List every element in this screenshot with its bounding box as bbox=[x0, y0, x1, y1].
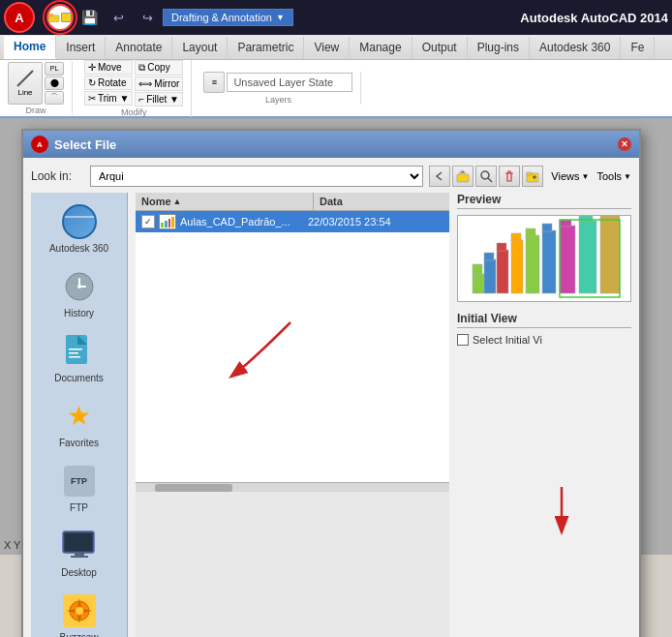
svg-rect-37 bbox=[484, 253, 494, 260]
sidebar-item-buzzsaw[interactable]: Buzzsaw bbox=[31, 586, 127, 637]
file-list-body: ✓ Aulas_CA bbox=[136, 211, 449, 482]
back-button[interactable] bbox=[429, 166, 450, 187]
fillet-button[interactable]: ⌐Fillet ▼ bbox=[135, 92, 183, 106]
arc-button[interactable]: ⌒ bbox=[45, 91, 64, 105]
svg-rect-7 bbox=[527, 172, 532, 175]
svg-point-23 bbox=[76, 607, 83, 615]
sidebar-item-autodesk360[interactable]: Autodesk 360 bbox=[31, 197, 127, 259]
undo-button[interactable]: ↩ bbox=[105, 4, 132, 31]
svg-rect-35 bbox=[473, 264, 482, 274]
dialog-logo-icon: A bbox=[31, 136, 48, 153]
views-button[interactable]: Views▼ bbox=[551, 170, 589, 182]
history-icon bbox=[60, 267, 99, 306]
file-list-container: Nome ▲ Data ✓ bbox=[136, 193, 449, 637]
svg-rect-31 bbox=[168, 219, 170, 228]
svg-rect-44 bbox=[542, 230, 556, 293]
globe-icon bbox=[60, 202, 99, 241]
preview-label: Preview bbox=[457, 193, 631, 209]
new-folder-button[interactable] bbox=[522, 166, 543, 187]
svg-rect-48 bbox=[579, 221, 596, 293]
ribbon: Home Insert Annotate Layout Parametric V… bbox=[0, 35, 672, 119]
tab-annotate[interactable]: Annotate bbox=[106, 37, 172, 58]
coordinates: X bbox=[4, 539, 11, 551]
svg-rect-14 bbox=[69, 349, 82, 350]
workspace-selector[interactable]: Drafting & Annotation ▼ bbox=[163, 9, 293, 26]
tab-fe[interactable]: Fe bbox=[621, 37, 655, 58]
column-date[interactable]: Data bbox=[314, 193, 449, 210]
column-name[interactable]: Nome ▲ bbox=[136, 193, 314, 210]
layer-properties-button[interactable]: ≡ bbox=[203, 72, 225, 93]
mirror-button[interactable]: ⟺Mirror bbox=[135, 76, 183, 91]
open-file-button[interactable] bbox=[46, 4, 74, 31]
ftp-icon: FTP bbox=[60, 462, 99, 500]
file-date: 22/03/2015 23:54 bbox=[308, 216, 443, 228]
sidebar-item-desktop[interactable]: Desktop bbox=[31, 521, 127, 584]
sidebar-item-history[interactable]: History bbox=[31, 261, 127, 324]
move-button[interactable]: ✛Move bbox=[84, 60, 133, 75]
svg-rect-40 bbox=[511, 240, 523, 293]
document-icon bbox=[60, 332, 99, 371]
horizontal-scrollbar[interactable] bbox=[136, 482, 449, 492]
dialog-titlebar: A Select File ✕ bbox=[23, 131, 639, 158]
tab-autodesk360[interactable]: Autodesk 360 bbox=[530, 37, 621, 58]
svg-rect-34 bbox=[473, 274, 484, 293]
sidebar-item-ftp[interactable]: FTP FTP bbox=[31, 456, 127, 519]
select-initial-checkbox[interactable] bbox=[457, 334, 469, 346]
tab-output[interactable]: Output bbox=[412, 37, 468, 58]
preview-box bbox=[457, 215, 631, 302]
up-folder-button[interactable] bbox=[452, 166, 473, 187]
rotate-button[interactable]: ↻Rotate bbox=[84, 76, 133, 90]
tools-button[interactable]: Tools▼ bbox=[596, 170, 631, 182]
svg-rect-49 bbox=[579, 216, 593, 222]
autocad-logo-icon[interactable]: A bbox=[4, 2, 35, 33]
tab-insert[interactable]: Insert bbox=[56, 37, 106, 58]
look-in-row: Look in: Arqui bbox=[31, 166, 631, 187]
select-initial-label: Select Initial Vi bbox=[473, 334, 542, 346]
layer-state-display: Unsaved Layer State bbox=[227, 73, 352, 92]
initial-view-title: Initial View bbox=[457, 312, 631, 328]
look-in-label: Look in: bbox=[31, 169, 84, 183]
tab-parametric[interactable]: Parametric bbox=[228, 37, 304, 58]
svg-rect-1 bbox=[48, 14, 53, 15]
desktop-icon bbox=[60, 527, 99, 565]
svg-point-11 bbox=[77, 285, 81, 288]
save-button[interactable]: 💾 bbox=[76, 4, 103, 31]
copy-button[interactable]: ⧉Copy bbox=[135, 60, 183, 76]
delete-button[interactable] bbox=[499, 166, 520, 187]
svg-rect-50 bbox=[600, 216, 620, 293]
y-coord: Y bbox=[14, 539, 20, 551]
svg-rect-20 bbox=[71, 556, 88, 558]
svg-rect-36 bbox=[484, 259, 496, 293]
dialog-close-button[interactable]: ✕ bbox=[618, 137, 631, 151]
search-button[interactable] bbox=[475, 166, 497, 187]
svg-rect-0 bbox=[48, 15, 59, 22]
tab-plugins[interactable]: Plug-ins bbox=[468, 37, 530, 58]
dialog-main: Autodesk 360 History Documents bbox=[31, 193, 631, 637]
file-checkbox[interactable]: ✓ bbox=[141, 215, 155, 228]
sidebar-item-documents[interactable]: Documents bbox=[31, 326, 127, 389]
polyline-button[interactable]: PL bbox=[45, 62, 64, 76]
trim-button[interactable]: ✂Trim ▼ bbox=[84, 91, 133, 106]
tab-layout[interactable]: Layout bbox=[172, 37, 228, 58]
look-in-select[interactable]: Arqui bbox=[90, 166, 423, 187]
file-toolbar: Views▼ Tools▼ bbox=[429, 166, 631, 187]
svg-rect-29 bbox=[161, 223, 164, 228]
circle-button[interactable]: ⬤ bbox=[45, 76, 64, 90]
sidebar-item-favorites[interactable]: ★ Favorites bbox=[31, 391, 127, 454]
buzzsaw-icon bbox=[60, 592, 99, 630]
tab-home[interactable]: Home bbox=[4, 36, 56, 59]
redo-button[interactable]: ↪ bbox=[134, 4, 161, 31]
svg-rect-19 bbox=[75, 553, 84, 556]
svg-point-4 bbox=[481, 171, 489, 179]
svg-line-2 bbox=[17, 71, 33, 86]
scrollbar-thumb[interactable] bbox=[155, 484, 232, 492]
svg-rect-45 bbox=[542, 224, 552, 231]
line-button[interactable]: Line bbox=[8, 62, 43, 105]
svg-rect-41 bbox=[511, 233, 521, 241]
ribbon-tabs: Home Insert Annotate Layout Parametric V… bbox=[0, 35, 672, 60]
tab-view[interactable]: View bbox=[304, 37, 350, 58]
file-item[interactable]: ✓ Aulas_CA bbox=[136, 211, 449, 232]
tab-manage[interactable]: Manage bbox=[350, 37, 412, 58]
preview-panel: Preview bbox=[457, 193, 631, 637]
svg-rect-18 bbox=[65, 533, 92, 551]
